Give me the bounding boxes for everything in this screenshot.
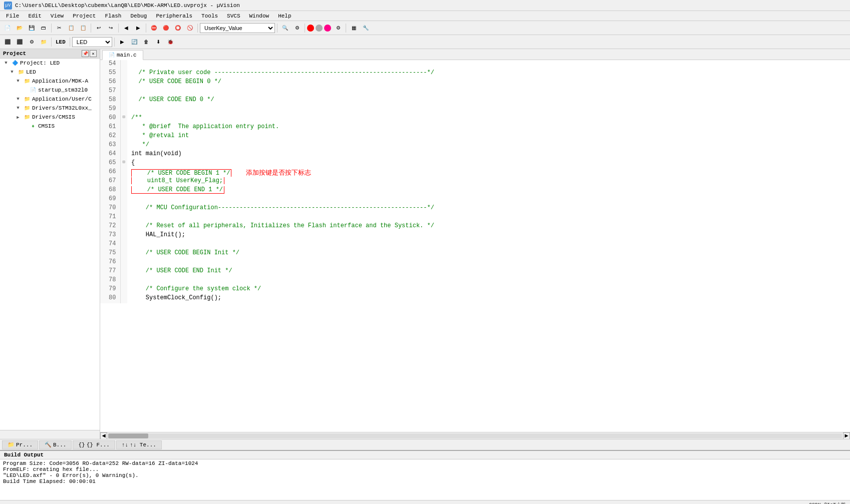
tree-item-led[interactable]: ▼ 📁 LED: [0, 68, 100, 77]
collapse-icon[interactable]: [120, 276, 127, 285]
code-line-78[interactable]: 78: [100, 276, 850, 285]
code-line-77[interactable]: 77 /* USER CODE END Init */: [100, 267, 850, 276]
tree-item-appmdk[interactable]: ▼ 📁 Application/MDK-A: [0, 77, 100, 86]
code-line-75[interactable]: 75 /* USER CODE BEGIN Init */: [100, 249, 850, 258]
collapse-icon[interactable]: [120, 87, 127, 96]
collapse-icon[interactable]: [120, 213, 127, 222]
project-close-button[interactable]: ✕: [90, 50, 97, 57]
collapse-icon[interactable]: [120, 141, 127, 150]
code-line-62[interactable]: 62 * @retval int: [100, 132, 850, 141]
collapse-icon[interactable]: [120, 231, 127, 240]
extra-button[interactable]: 🔧: [360, 23, 371, 34]
collapse-icon[interactable]: [120, 186, 127, 195]
code-line-65[interactable]: 65⊟{: [100, 159, 850, 168]
breakpoint-button[interactable]: ⛔: [148, 23, 159, 34]
nav-fwd-button[interactable]: ▶: [133, 23, 144, 34]
collapse-icon[interactable]: ⊟: [120, 159, 127, 168]
bp-clear[interactable]: 🚫: [184, 23, 195, 34]
collapse-icon[interactable]: [120, 177, 127, 186]
window-layout-button[interactable]: ▦: [348, 23, 359, 34]
tab-mainc[interactable]: 📄 main.c: [102, 50, 143, 60]
code-line-56[interactable]: 56 /* USER CODE BEGIN 0 */: [100, 78, 850, 87]
menu-tools[interactable]: Tools: [197, 12, 222, 20]
collapse-icon[interactable]: [120, 96, 127, 105]
menu-help[interactable]: Help: [274, 12, 295, 20]
collapse-icon[interactable]: [120, 267, 127, 276]
paste-button[interactable]: 📋: [78, 23, 89, 34]
build-target-next[interactable]: ⬛: [14, 37, 25, 48]
code-line-68[interactable]: 68 /* USER CODE END 1 */: [100, 186, 850, 195]
code-line-73[interactable]: 73 HAL_Init();: [100, 231, 850, 240]
redo-button[interactable]: ↪: [105, 23, 116, 34]
collapse-icon[interactable]: [120, 249, 127, 258]
collapse-icon[interactable]: [120, 294, 127, 303]
code-line-55[interactable]: 55 /* Private user code ----------------…: [100, 69, 850, 78]
collapse-icon[interactable]: [120, 60, 127, 69]
config-button[interactable]: ⚙: [333, 23, 344, 34]
code-line-57[interactable]: 57: [100, 87, 850, 96]
collapse-icon[interactable]: [120, 204, 127, 213]
collapse-icon[interactable]: [120, 195, 127, 204]
code-line-69[interactable]: 69: [100, 195, 850, 204]
code-line-66[interactable]: 66 /* USER CODE BEGIN 1 */ 添加按键是否按下标志: [100, 168, 850, 177]
clean-button[interactable]: 🗑: [141, 37, 152, 48]
target-select[interactable]: LED: [72, 37, 112, 47]
save-button[interactable]: 💾: [26, 23, 37, 34]
scroll-right[interactable]: ▶: [843, 432, 850, 439]
tree-item-startup[interactable]: 📄 startup_stm32l0: [0, 86, 100, 95]
collapse-icon[interactable]: [120, 150, 127, 159]
collapse-icon[interactable]: ⊟: [120, 114, 127, 123]
code-line-71[interactable]: 71: [100, 213, 850, 222]
code-line-60[interactable]: 60⊟/**: [100, 114, 850, 123]
menu-project[interactable]: Project: [69, 12, 100, 20]
collapse-icon[interactable]: [120, 69, 127, 78]
h-scrollbar[interactable]: ◀ ▶: [100, 432, 850, 439]
collapse-icon[interactable]: [120, 132, 127, 141]
build-button2[interactable]: ▶: [117, 37, 128, 48]
tree-item-drivers[interactable]: ▼ 📁 Drivers/STM32L0xx_: [0, 104, 100, 113]
collapse-icon[interactable]: [120, 123, 127, 132]
code-line-63[interactable]: 63 */: [100, 141, 850, 150]
collapse-icon[interactable]: [120, 222, 127, 231]
tree-item-cmsis-folder[interactable]: ▶ 📁 Drivers/CMSIS: [0, 113, 100, 122]
tree-item-project[interactable]: ▼ 🔷 Project: LED: [0, 59, 100, 68]
debug-button[interactable]: 🐞: [165, 37, 176, 48]
project-pin-button[interactable]: 📌: [82, 50, 89, 57]
open-button[interactable]: 📂: [14, 23, 25, 34]
new-button[interactable]: 📄: [2, 23, 13, 34]
collapse-icon[interactable]: [120, 285, 127, 294]
menu-flash[interactable]: Flash: [101, 12, 125, 20]
collapse-icon[interactable]: [120, 105, 127, 114]
code-line-67[interactable]: 67 uint8_t UserKey_Flag;: [100, 177, 850, 186]
code-line-70[interactable]: 70 /* MCU Configuration-----------------…: [100, 204, 850, 213]
cut-button[interactable]: ✂: [54, 23, 65, 34]
bottom-tab-build[interactable]: 🔨 B...: [39, 440, 72, 449]
nav-back-button[interactable]: ◀: [121, 23, 132, 34]
code-line-79[interactable]: 79 /* Configure the system clock */: [100, 285, 850, 294]
menu-edit[interactable]: Edit: [24, 12, 45, 20]
collapse-icon[interactable]: [120, 258, 127, 267]
menu-view[interactable]: View: [47, 12, 68, 20]
settings-button[interactable]: ⚙: [292, 23, 303, 34]
menu-svcs[interactable]: SVCS: [223, 12, 244, 20]
code-line-76[interactable]: 76: [100, 258, 850, 267]
collapse-icon[interactable]: [120, 168, 127, 177]
code-line-59[interactable]: 59: [100, 105, 850, 114]
tree-item-cmsis[interactable]: ♦ CMSIS: [0, 122, 100, 131]
target-options[interactable]: ⚙: [26, 37, 37, 48]
code-container[interactable]: 5455 /* Private user code --------------…: [100, 60, 850, 432]
bottom-tab-project[interactable]: 📁 Pr...: [2, 440, 38, 449]
code-line-80[interactable]: 80 SystemClock_Config();: [100, 294, 850, 303]
menu-peripherals[interactable]: Peripherals: [152, 12, 196, 20]
tree-item-appuser[interactable]: ▼ 📁 Application/User/C: [0, 95, 100, 104]
menu-debug[interactable]: Debug: [126, 12, 151, 20]
scroll-left[interactable]: ◀: [100, 432, 107, 439]
bottom-tab-templates[interactable]: ↑↓ ↑↓ Te...: [116, 440, 162, 449]
save-all-button[interactable]: 🗃: [38, 23, 49, 34]
menu-file[interactable]: File: [2, 12, 23, 20]
menu-window[interactable]: Window: [245, 12, 273, 20]
collapse-icon[interactable]: [120, 78, 127, 87]
scroll-thumb[interactable]: [108, 433, 148, 438]
code-line-64[interactable]: 64int main(void): [100, 150, 850, 159]
bp-enable[interactable]: 🔴: [160, 23, 171, 34]
